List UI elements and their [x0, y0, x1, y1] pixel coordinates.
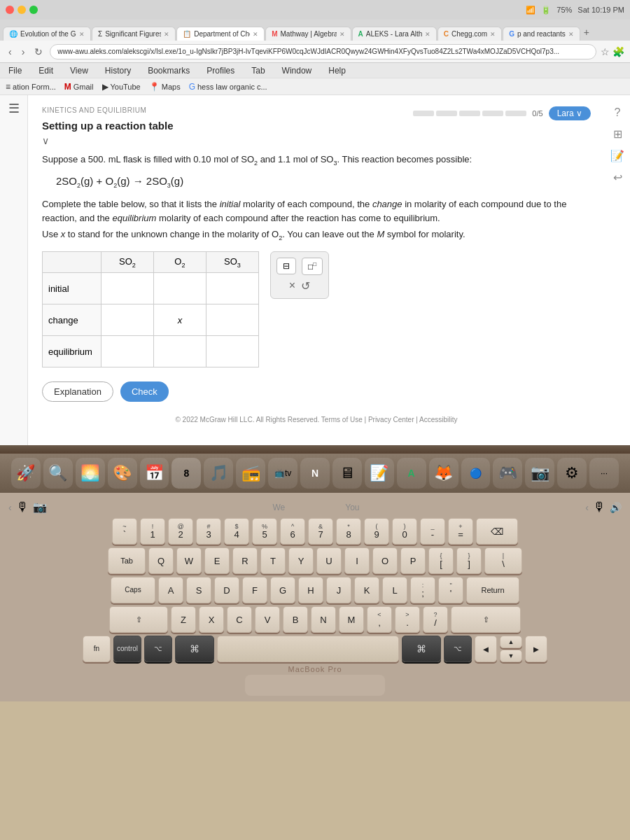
- menu-edit[interactable]: Edit: [36, 65, 56, 76]
- reload-button[interactable]: ↻: [31, 45, 46, 59]
- menu-profiles[interactable]: Profiles: [204, 65, 237, 76]
- key-h[interactable]: H: [298, 577, 323, 603]
- cell-equil-so3[interactable]: [206, 336, 258, 368]
- cell-equil-so2[interactable]: [101, 336, 153, 368]
- key-u[interactable]: U: [316, 547, 342, 574]
- collapse-button[interactable]: ∨: [42, 135, 49, 146]
- key-9[interactable]: (9: [364, 518, 389, 545]
- key-w[interactable]: W: [176, 547, 202, 574]
- key-k[interactable]: K: [354, 577, 379, 603]
- key-e[interactable]: E: [204, 547, 230, 574]
- volume-down-icon[interactable]: ‹: [585, 502, 589, 513]
- extensions-icon[interactable]: 🧩: [612, 46, 624, 57]
- key-t[interactable]: T: [260, 547, 286, 574]
- cell-initial-so2[interactable]: [101, 273, 153, 304]
- key-p[interactable]: P: [400, 547, 426, 574]
- dock-n-app[interactable]: N: [300, 458, 330, 489]
- menu-view[interactable]: View: [67, 65, 91, 76]
- menu-file[interactable]: File: [6, 65, 24, 76]
- touchpad[interactable]: [245, 675, 385, 696]
- key-space[interactable]: [217, 636, 399, 662]
- menu-help[interactable]: Help: [326, 65, 349, 76]
- key-3[interactable]: #3: [196, 518, 221, 545]
- tab-3-close[interactable]: ✕: [253, 31, 258, 38]
- key-i[interactable]: I: [344, 547, 370, 574]
- key-6[interactable]: ^6: [280, 518, 305, 545]
- dock-notes[interactable]: 📝: [365, 458, 394, 489]
- key-q[interactable]: Q: [148, 547, 174, 574]
- cell-change-so2[interactable]: [101, 304, 153, 336]
- tab-5[interactable]: A ALEKS - Lara Althu ✕: [352, 27, 437, 41]
- key-option-left[interactable]: ⌥: [144, 636, 172, 662]
- key-n[interactable]: N: [311, 606, 336, 633]
- help-icon[interactable]: ?: [615, 106, 621, 119]
- key-minus[interactable]: _-: [420, 518, 445, 545]
- tab-3-active[interactable]: 📋 Department of Che ✕: [176, 27, 265, 41]
- check-button[interactable]: Check: [120, 382, 169, 402]
- dock-podcasts[interactable]: 📻: [236, 458, 265, 489]
- user-dropdown[interactable]: Lara ∨: [549, 106, 591, 120]
- bookmark-form[interactable]: ≡ ation Form...: [6, 82, 56, 92]
- explanation-button[interactable]: Explanation: [42, 382, 113, 402]
- key-z[interactable]: Z: [171, 606, 196, 633]
- key-arrow-up[interactable]: ▲: [500, 636, 522, 648]
- note-icon[interactable]: 📝: [610, 149, 624, 162]
- menu-tab[interactable]: Tab: [248, 65, 267, 76]
- dock-calendar[interactable]: 📅: [140, 458, 169, 489]
- key-backtick[interactable]: ~`: [112, 518, 137, 545]
- key-arrow-down[interactable]: ▼: [500, 650, 522, 662]
- key-quote[interactable]: "': [438, 577, 463, 603]
- maximize-button[interactable]: [29, 6, 38, 14]
- tab-1-close[interactable]: ✕: [79, 31, 85, 38]
- tab-5-close[interactable]: ✕: [425, 31, 430, 38]
- key-m[interactable]: M: [339, 606, 364, 633]
- dock-launchpad[interactable]: 🚀: [11, 458, 41, 489]
- control-center-icon[interactable]: ‹: [8, 502, 12, 513]
- key-v[interactable]: V: [255, 606, 280, 633]
- key-a[interactable]: A: [158, 577, 183, 603]
- tab-7[interactable]: G p and reactants ✕: [503, 27, 580, 41]
- bookmark-hess[interactable]: G hess law organic c...: [189, 82, 267, 92]
- tab-4-close[interactable]: ✕: [340, 31, 345, 38]
- cell-initial-o2[interactable]: [153, 273, 206, 304]
- forward-button[interactable]: ›: [19, 45, 28, 59]
- bookmark-maps[interactable]: 📍 Maps: [149, 82, 181, 92]
- dock-tv[interactable]: 📺tv: [268, 458, 298, 489]
- address-input[interactable]: [50, 44, 596, 59]
- key-f[interactable]: F: [242, 577, 267, 603]
- key-shift-right[interactable]: ⇧: [451, 606, 521, 633]
- siri-icon-2[interactable]: 🎙: [593, 500, 606, 514]
- key-l[interactable]: L: [382, 577, 407, 603]
- key-backspace[interactable]: ⌫: [476, 518, 518, 545]
- dock-music[interactable]: 🎵: [204, 458, 233, 489]
- undo-button[interactable]: ↺: [301, 279, 310, 293]
- key-comma[interactable]: <,: [367, 606, 392, 633]
- key-j[interactable]: J: [326, 577, 351, 603]
- key-backslash[interactable]: |\: [484, 547, 522, 574]
- key-1[interactable]: !1: [140, 518, 165, 545]
- key-arrow-left[interactable]: ◄: [475, 636, 497, 662]
- tab-4[interactable]: M Mathway | Algebra ✕: [265, 27, 351, 41]
- minimize-button[interactable]: [18, 6, 26, 14]
- volume-up-icon[interactable]: 🔊: [610, 502, 622, 513]
- bookmark-gmail[interactable]: M Gmail: [64, 82, 94, 92]
- tab-6[interactable]: C Chegg.com ✕: [438, 27, 502, 41]
- key-c[interactable]: C: [227, 606, 252, 633]
- close-button[interactable]: [6, 6, 14, 14]
- dock-monitor[interactable]: 🖥: [332, 458, 362, 489]
- key-arrow-right[interactable]: ►: [525, 636, 547, 662]
- dock-paint[interactable]: 🎨: [108, 458, 137, 489]
- dock-camera[interactable]: 📷: [525, 458, 554, 489]
- tab-2-close[interactable]: ✕: [164, 31, 169, 38]
- key-bracket-open[interactable]: {[: [428, 547, 454, 574]
- key-period[interactable]: >.: [395, 606, 420, 633]
- dock-firefox[interactable]: 🦊: [429, 458, 458, 489]
- cell-equil-o2[interactable]: [153, 336, 206, 368]
- menu-history[interactable]: History: [102, 65, 134, 76]
- superscript-button[interactable]: □□: [302, 258, 323, 275]
- cell-change-so3[interactable]: [206, 304, 258, 336]
- bookmark-star-icon[interactable]: ☆: [601, 46, 610, 57]
- key-equals[interactable]: +=: [448, 518, 473, 545]
- key-r[interactable]: R: [232, 547, 258, 574]
- tab-1[interactable]: 🌐 Evolution of the Go ✕: [3, 27, 91, 41]
